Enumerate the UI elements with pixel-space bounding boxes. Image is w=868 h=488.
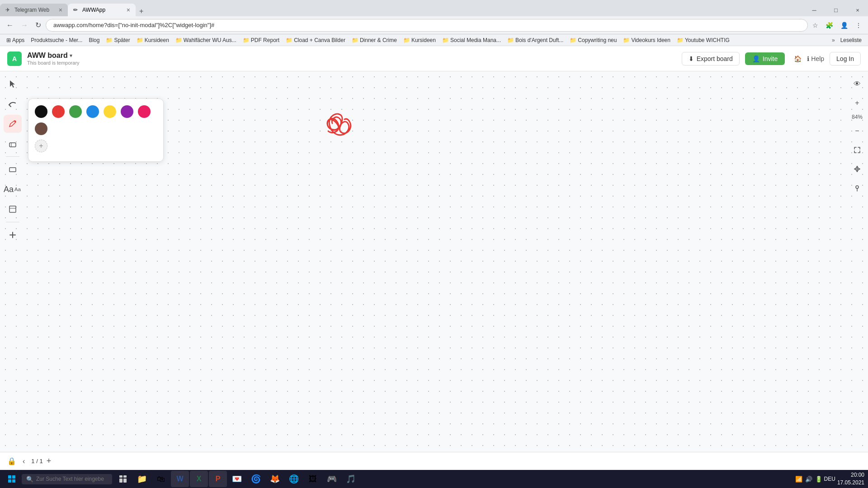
export-board-button[interactable]: ⬇ Export board [682, 52, 740, 66]
help-button[interactable]: ℹ Help [807, 55, 824, 62]
color-swatch-pink[interactable] [138, 105, 151, 118]
board-dropdown-button[interactable]: ▾ [70, 52, 72, 59]
color-swatch-yellow[interactable] [104, 105, 116, 118]
close-button[interactable]: × [847, 4, 868, 16]
bookmark-star-button[interactable]: ☆ [810, 20, 821, 31]
profile-button[interactable]: 👤 [838, 20, 851, 31]
add-tool-button[interactable] [4, 226, 22, 244]
add-color-button[interactable]: + [35, 140, 47, 152]
forward-button[interactable]: → [18, 19, 31, 31]
taskbar-app-excel[interactable]: X [190, 471, 208, 487]
taskbar-app-photos[interactable]: 🖼 [304, 471, 322, 487]
taskbar-app-music[interactable]: 🎵 [342, 471, 360, 487]
taskbar-app-ppt[interactable]: P [209, 471, 227, 487]
bookmark-leseliste[interactable]: Leselistе [838, 36, 864, 44]
bookmark-kursideen1[interactable]: 📁 Kursideen [134, 36, 172, 44]
eraser-tool-button[interactable] [4, 135, 22, 153]
taskbar: 🔍 📁 🛍 W X P 💌 🌀 🦊 🌐 🖼 🎮 🎵 📶 🔊 🔋 DEU 20:0… [0, 470, 868, 488]
tab-telegram[interactable]: ✈ Telegram Web × [0, 4, 68, 16]
invite-button[interactable]: 👤 Invite [745, 52, 785, 65]
bookmark-youtube-label: Youtube WICHTIG [685, 37, 730, 43]
color-swatch-black[interactable] [35, 105, 47, 118]
svg-point-5 [856, 186, 859, 188]
volume-icon[interactable]: 🔊 [805, 476, 812, 483]
extension-button[interactable]: 🧩 [823, 20, 836, 31]
bookmark-wahlfächer-label: Wahlfächer WU Aus... [184, 37, 236, 43]
bookmark-cload[interactable]: 📁 Cload + Canva Bilder [283, 36, 348, 44]
bookmark-pdf-label: PDF Report [251, 37, 279, 43]
board-temp-label: This board is temporary [27, 60, 80, 66]
pen-tool-button[interactable] [4, 115, 22, 133]
taskbar-app-mail[interactable]: 💌 [228, 471, 246, 487]
minimize-button[interactable]: ─ [804, 4, 825, 16]
help-icon: ℹ [807, 55, 809, 62]
add-page-button[interactable]: + [47, 456, 52, 466]
svg-rect-9 [12, 479, 15, 483]
shape-tool-button[interactable] [4, 160, 22, 178]
taskbar-app-browser2[interactable]: 🌐 [285, 471, 303, 487]
reload-button[interactable]: ↻ [33, 19, 44, 31]
sticky-tool-button[interactable] [4, 200, 22, 218]
bookmark-youtube[interactable]: 📁 Youtube WICHTIG [674, 36, 732, 44]
pin-tool-button[interactable] [849, 180, 865, 196]
visibility-tool-button[interactable]: 👁 [849, 76, 865, 92]
tab-telegram-close[interactable]: × [59, 6, 62, 14]
network-icon[interactable]: 📶 [795, 476, 802, 483]
bookmark-kursideen2[interactable]: 📁 Kursideen [401, 36, 439, 44]
bookmark-pdf[interactable]: 📁 PDF Report [240, 36, 282, 44]
color-swatch-brown[interactable] [35, 122, 47, 135]
taskbar-apps: 📁 🛍 W X P 💌 🌀 🦊 🌐 🖼 🎮 🎵 [114, 471, 793, 487]
whiteboard-canvas[interactable]: Aa Aa [0, 71, 868, 470]
start-button[interactable] [4, 471, 20, 487]
color-swatch-red[interactable] [52, 105, 65, 118]
tab-awwapp-close[interactable]: × [127, 6, 130, 14]
text-tool-button[interactable]: Aa Aa [4, 180, 22, 198]
taskbar-app-grid[interactable] [114, 471, 132, 487]
bookmark-copywriting-label: Copywriting neu [578, 37, 617, 43]
bookmark-copywriting[interactable]: 📁 Copywriting neu [567, 36, 619, 44]
color-swatch-blue[interactable] [86, 105, 99, 118]
board-name-section: AWW board ▾ This board is temporary [27, 52, 80, 66]
bookmark-dinner[interactable]: 📁 Dinner & Crime [349, 36, 400, 44]
zoom-in-button[interactable]: + [849, 95, 865, 111]
taskbar-app-files[interactable]: 📁 [133, 471, 151, 487]
home-button[interactable]: 🏠 [794, 55, 802, 62]
taskbar-app-store[interactable]: 🛍 [152, 471, 170, 487]
battery-icon[interactable]: 🔋 [815, 476, 822, 483]
svg-rect-11 [123, 475, 127, 478]
bookmarks-more-button[interactable]: » [830, 36, 837, 44]
bookmark-apps[interactable]: ⊞ Apps [4, 36, 27, 44]
maximize-button[interactable]: □ [826, 4, 846, 16]
export-icon: ⬇ [689, 55, 694, 62]
address-bar[interactable] [46, 19, 808, 32]
settings-button[interactable]: ⋮ [853, 20, 864, 31]
bookmark-später[interactable]: 📁 Später [103, 36, 132, 44]
taskbar-app-browser1[interactable]: 🦊 [266, 471, 284, 487]
login-button[interactable]: Log In [830, 52, 861, 66]
tab-awwapp[interactable]: ✏ AWWApp × [68, 4, 136, 16]
taskbar-app-games[interactable]: 🎮 [323, 471, 341, 487]
zoom-out-button[interactable]: − [849, 123, 865, 139]
color-swatch-purple[interactable] [121, 105, 133, 118]
undo-tool-button[interactable] [4, 95, 22, 113]
select-tool-button[interactable] [4, 75, 22, 93]
color-swatch-green[interactable] [69, 105, 82, 118]
aww-header: A AWW board ▾ This board is temporary ⬇ … [0, 46, 868, 71]
bookmark-blog[interactable]: Blog [86, 36, 102, 44]
taskbar-search-bar[interactable]: 🔍 [22, 474, 112, 484]
taskbar-app-teams[interactable]: 🌀 [247, 471, 265, 487]
bookmark-videokurs[interactable]: 📁 Videokurs Ideen [620, 36, 673, 44]
taskbar-right: 📶 🔊 🔋 DEU 20:00 17.05.2021 [795, 471, 864, 487]
back-button[interactable]: ← [4, 19, 16, 31]
bookmark-bois[interactable]: 📁 Bois d'Argent Duft... [505, 36, 566, 44]
move-tool-button[interactable] [849, 161, 865, 177]
bookmark-social[interactable]: 📁 Social Media Mana... [439, 36, 504, 44]
new-tab-button[interactable]: + [136, 7, 147, 15]
taskbar-app-word[interactable]: W [171, 471, 189, 487]
nav-bar: ← → ↻ ☆ 🧩 👤 ⋮ [0, 16, 868, 34]
fit-screen-button[interactable] [849, 142, 865, 158]
bookmark-wahlfächer[interactable]: 📁 Wahlfächer WU Aus... [173, 36, 239, 44]
taskbar-search-input[interactable] [36, 476, 104, 482]
bookmarks-bar: ⊞ Apps Produktsuche - Mer... Blog 📁 Spät… [0, 34, 868, 46]
bookmark-produktsuche[interactable]: Produktsuche - Mer... [28, 36, 85, 44]
